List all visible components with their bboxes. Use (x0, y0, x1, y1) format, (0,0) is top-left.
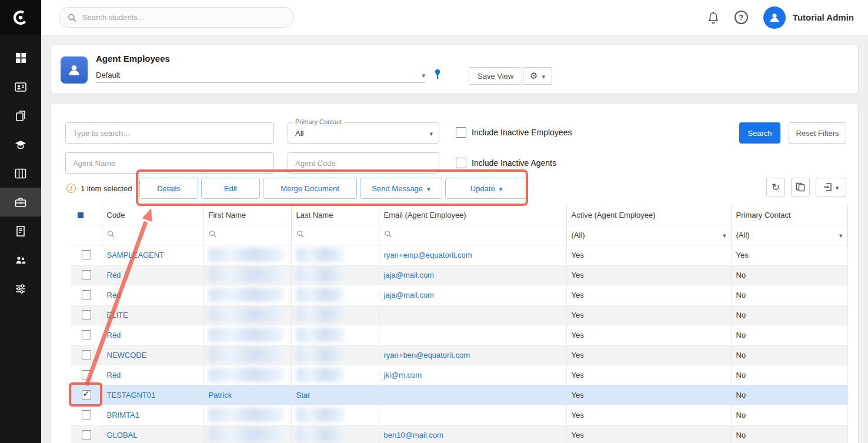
row-email-link[interactable]: jaja@mail.com (384, 271, 434, 279)
row-code-link[interactable]: BRIMTA1 (107, 411, 139, 419)
edit-button[interactable]: Edit (201, 178, 260, 199)
row-code-link[interactable]: NEWCODE (107, 351, 147, 359)
sidebar-item-education[interactable] (0, 130, 41, 159)
primary-contact-select[interactable]: Primary Contact All (288, 122, 439, 144)
chevron-down-icon (499, 184, 503, 193)
row-primary-contact: No (731, 285, 847, 305)
row-primary-contact: No (731, 425, 847, 443)
table-row[interactable]: BRIMTA1 Yes No (71, 405, 847, 425)
sidebar-item-dashboard[interactable] (0, 44, 41, 72)
row-code-link[interactable]: Réd (107, 271, 121, 279)
send-message-button[interactable]: Send Message (360, 178, 442, 199)
column-chooser-button[interactable] (791, 178, 810, 196)
sidebar-item-agents[interactable] (0, 188, 41, 216)
table-row[interactable]: Réd jaja@mail.com Yes No (71, 265, 847, 285)
sidebar-item-documents[interactable] (0, 101, 41, 130)
view-select[interactable]: Default (96, 68, 425, 83)
table-row[interactable]: GLOBAL ben10@mail.com Yes No (71, 425, 847, 443)
row-checkbox[interactable] (82, 350, 91, 359)
include-inactive-agents-checkbox[interactable] (456, 158, 466, 168)
global-search-input[interactable] (82, 13, 285, 22)
save-view-button[interactable]: Save View (469, 67, 522, 85)
chevron-down-icon (429, 129, 433, 138)
merge-document-button[interactable]: Merge Document (263, 178, 357, 199)
table-row[interactable]: SAMPLEAGENT ryan+emp@equatorit.com Yes Y… (71, 245, 847, 265)
page-title: Agent Employees (96, 54, 170, 64)
row-email-link[interactable]: ryan+emp@equatorit.com (384, 251, 472, 259)
col-header-last-name[interactable]: Last Name (291, 205, 379, 225)
col-header-active[interactable]: Active (Agent Employee) (566, 205, 731, 225)
select-all-cell (71, 205, 102, 225)
col-header-first-name[interactable]: First Name (203, 205, 291, 225)
row-code-link[interactable]: SAMPLEAGENT (107, 251, 165, 259)
update-button[interactable]: Update (445, 178, 528, 199)
notifications-bell-icon[interactable] (707, 11, 719, 24)
table-row[interactable]: Réd Yes No (71, 325, 847, 345)
help-icon[interactable] (735, 11, 748, 24)
table-row[interactable]: ELITE Yes No (71, 305, 847, 325)
sidebar-item-invoices[interactable] (0, 216, 41, 245)
sidebar-item-settings[interactable] (0, 274, 41, 303)
col-header-primary-contact[interactable]: Primary Contact (731, 205, 847, 225)
agent-code-input[interactable] (288, 152, 439, 174)
row-checkbox[interactable] (82, 330, 91, 339)
select-all-checkbox[interactable] (76, 211, 85, 220)
send-message-label: Send Message (372, 184, 423, 193)
search-button[interactable]: Search (739, 122, 780, 144)
export-button[interactable] (816, 178, 846, 196)
row-code-link[interactable]: Réd (107, 371, 121, 379)
row-code-link[interactable]: TESTAGNT01 (107, 391, 156, 399)
row-email-link[interactable]: jki@m.com (384, 371, 422, 379)
refresh-button[interactable] (766, 178, 785, 196)
row-checkbox[interactable] (82, 310, 91, 319)
filter-email[interactable] (379, 225, 566, 245)
include-inactive-agents-label: Include Inactive Agents (472, 158, 556, 168)
filter-first-name[interactable] (203, 225, 291, 245)
col-header-email[interactable]: Email (Agent Employee) (379, 205, 566, 225)
view-settings-button[interactable] (523, 67, 552, 85)
row-checkbox[interactable] (82, 410, 91, 419)
agent-name-input[interactable] (65, 152, 274, 174)
row-code-link[interactable]: ELITE (107, 311, 128, 319)
row-checkbox[interactable] (82, 390, 91, 399)
row-code-link[interactable]: Réd (107, 291, 121, 299)
col-header-code[interactable]: Code (102, 205, 203, 225)
quick-search-input[interactable] (65, 122, 274, 144)
row-checkbox[interactable] (82, 250, 91, 259)
row-checkbox[interactable] (82, 370, 91, 379)
include-inactive-employees-checkbox[interactable] (456, 127, 466, 138)
details-button[interactable]: Details (139, 178, 198, 199)
row-checkbox[interactable] (82, 290, 91, 299)
row-checkbox[interactable] (82, 430, 91, 439)
table-row[interactable]: TESTAGNT01 Patrick Star Yes No (71, 385, 847, 405)
table-row[interactable]: Réd jaja@mail.com Yes No (71, 285, 847, 305)
row-first-name-blur (209, 328, 283, 342)
row-last-name-blur (296, 428, 343, 442)
row-active: Yes (566, 325, 731, 345)
row-code-link[interactable]: Réd (107, 331, 121, 339)
reset-filters-button[interactable]: Reset Filters (789, 122, 846, 144)
row-code-link[interactable]: GLOBAL (107, 431, 138, 439)
row-email-link[interactable]: jaja@mail.com (384, 291, 434, 299)
contacts-icon (15, 81, 26, 93)
row-first-name-blur (209, 348, 283, 362)
app-logo[interactable] (0, 0, 41, 35)
table-row[interactable]: NEWCODE ryan+ben@equatorit.com Yes No (71, 345, 847, 365)
row-checkbox[interactable] (82, 270, 91, 279)
row-email-link[interactable]: ryan+ben@equatorit.com (384, 351, 470, 359)
row-email-link[interactable]: ben10@mail.com (384, 431, 443, 439)
filter-last-name[interactable] (291, 225, 379, 245)
table-row[interactable]: Réd jki@m.com Yes No (71, 365, 847, 385)
row-primary-contact: Yes (731, 245, 847, 265)
pin-view-button[interactable] (433, 69, 442, 82)
filter-primary-contact[interactable]: (All) (731, 225, 847, 245)
row-first-name-blur (209, 368, 283, 382)
user-menu[interactable]: Tutorial Admin (763, 6, 854, 29)
sidebar-item-contacts[interactable] (0, 72, 41, 101)
briefcase-icon (15, 196, 26, 208)
sidebar-item-groups[interactable] (0, 245, 41, 274)
include-inactive-employees-label: Include Inactive Employees (472, 128, 572, 137)
sidebar-item-tables[interactable] (0, 159, 41, 188)
filter-code[interactable] (102, 225, 203, 245)
filter-active[interactable]: (All) (566, 225, 731, 245)
